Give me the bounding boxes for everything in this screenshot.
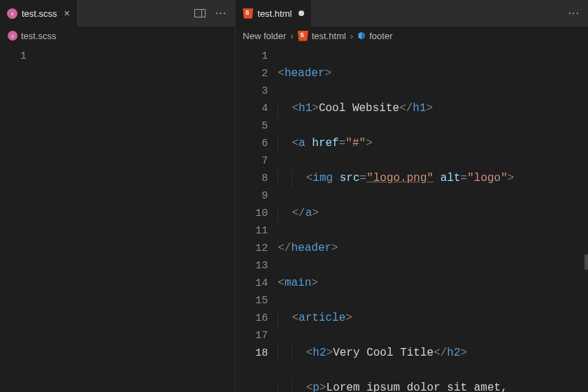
tab-test-scss[interactable]: s test.scss × (0, 0, 77, 27)
svg-text:s: s (11, 10, 13, 17)
html-icon (243, 8, 253, 19)
breadcrumb-file[interactable]: s test.scss (7, 31, 57, 41)
breadcrumb-symbol[interactable]: footer (357, 31, 392, 41)
dirty-indicator-icon[interactable] (299, 10, 304, 16)
more-actions-icon[interactable]: ··· (215, 7, 227, 20)
split-editor-icon[interactable] (194, 9, 206, 17)
chevron-right-icon: › (290, 31, 293, 41)
tab-label: test.scss (22, 8, 57, 19)
symbol-icon (357, 31, 366, 40)
tab-bar-left: s test.scss × ··· (0, 0, 235, 27)
editor-pane-right: test.html ··· New folder › test.html › f… (236, 0, 588, 392)
line-number-gutter: 1 (0, 45, 39, 392)
close-icon[interactable]: × (64, 8, 70, 19)
breadcrumb-left[interactable]: s test.scss (0, 27, 235, 45)
overview-ruler-mark (585, 254, 588, 270)
sass-icon: s (7, 8, 17, 19)
editor-area-right[interactable]: 123456789101112131415161718 <header> <h1… (236, 45, 588, 392)
code-area-left[interactable] (39, 45, 235, 392)
editor-area-left[interactable]: 1 (0, 45, 235, 392)
breadcrumb-file[interactable]: test.html (298, 31, 346, 41)
more-actions-icon[interactable]: ··· (568, 7, 580, 20)
tab-label: test.html (257, 8, 292, 19)
code-area-right[interactable]: <header> <h1>Cool Website</h1> <a href="… (278, 45, 588, 392)
tab-test-html[interactable]: test.html (236, 0, 311, 27)
breadcrumb-folder[interactable]: New folder (243, 31, 286, 41)
editor-pane-left: s test.scss × ··· s test.scss 1 (0, 0, 236, 392)
tab-bar-right: test.html ··· (236, 0, 588, 27)
breadcrumb-right[interactable]: New folder › test.html › footer (236, 27, 588, 45)
html-icon (298, 31, 308, 41)
svg-text:s: s (11, 33, 13, 39)
chevron-right-icon: › (350, 31, 353, 41)
sass-icon: s (7, 31, 17, 41)
line-number-gutter: 123456789101112131415161718 (236, 45, 278, 392)
